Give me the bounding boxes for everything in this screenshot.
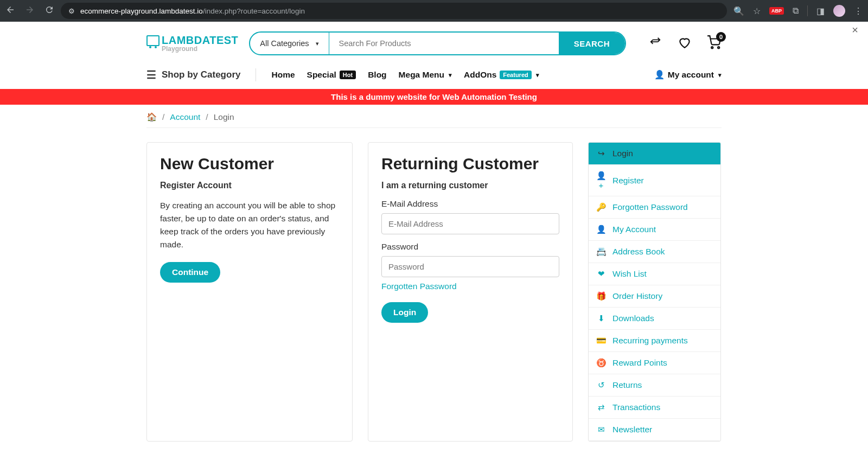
search-button[interactable]: SEARCH [559,33,625,54]
sidebar-item-label: Newsletter [612,425,652,435]
profile-avatar[interactable] [833,5,845,17]
main-nav: ☰ Shop by Category Home SpecialHot Blog … [146,63,722,89]
gift-icon: 🎁 [596,291,606,301]
sidebar-item-account[interactable]: 👤My Account [589,219,720,241]
credit-card-icon: 💳 [596,336,606,346]
shop-by-category[interactable]: ☰ Shop by Category [146,68,240,81]
exchange-icon: ⇄ [596,403,606,412]
chevron-down-icon: ▾ [449,72,452,79]
user-icon: 👤 [654,70,665,80]
new-customer-subtitle: Register Account [160,181,339,190]
password-label: Password [381,242,559,252]
chevron-down-icon: ▾ [536,72,539,79]
user-plus-icon: 👤+ [596,171,606,190]
sidebar-item-wishlist[interactable]: ❤Wish List [589,263,720,285]
sign-in-icon: ↪ [596,149,606,158]
home-icon[interactable]: 🏠 [146,112,157,122]
sidebar-item-login[interactable]: ↪Login [589,143,720,165]
nav-special[interactable]: SpecialHot [307,70,356,80]
sidebar-item-label: Login [612,149,633,158]
search-bar: All Categories ▾ SEARCH [249,31,626,55]
zoom-icon[interactable]: 🔍 [733,6,744,16]
envelope-icon: ✉ [596,425,606,435]
key-icon: 🔑 [596,202,606,212]
nav-my-account[interactable]: 👤My account▾ [654,70,722,80]
logo-icon [146,35,159,46]
sidebar-item-downloads[interactable]: ⬇Downloads [589,308,720,330]
reload-icon[interactable] [44,5,54,17]
cart-icon[interactable]: 0 [706,35,722,52]
address-book-icon: 📇 [596,247,606,257]
forgot-password-link[interactable]: Forgotten Password [381,282,559,291]
sidebar-item-rewards[interactable]: ♉Reward Points [589,352,720,374]
sidebar-item-transactions[interactable]: ⇄Transactions [589,397,720,419]
logo-subtext: Playground [162,45,238,53]
close-icon[interactable]: × [852,24,858,36]
back-icon[interactable] [5,5,15,17]
url-domain: ecommerce-playground.lambdatest.io [80,7,203,15]
sidebar-item-label: My Account [612,225,656,234]
nav-blog[interactable]: Blog [368,70,386,80]
sidebar-item-label: Returns [612,380,642,390]
url-bar[interactable]: ⚙ ecommerce-playground.lambdatest.io/ind… [61,3,727,19]
sidebar-item-label: Reward Points [612,358,667,368]
chevron-down-icon: ▾ [316,40,319,47]
returning-customer-card: Returning Customer I am a returning cust… [368,142,573,442]
breadcrumb-login: Login [214,112,234,122]
sidebar-item-label: Address Book [612,247,665,257]
email-field[interactable] [381,213,559,234]
sidebar-item-label: Forgotten Password [612,202,688,212]
menu-icon[interactable]: ⋮ [854,6,863,16]
new-customer-title: New Customer [160,155,339,173]
divider [256,68,256,81]
extensions-icon[interactable]: ⧉ [793,6,799,16]
continue-button[interactable]: Continue [160,262,220,283]
sidebar-item-address[interactable]: 📇Address Book [589,241,720,263]
sidebar-item-returns[interactable]: ↺Returns [589,374,720,397]
new-customer-card: New Customer Register Account By creatin… [146,142,353,442]
forward-icon[interactable] [25,5,35,17]
nav-mega-menu[interactable]: Mega Menu▾ [399,70,452,80]
search-category-label: All Categories [260,39,309,48]
wishlist-icon[interactable] [677,35,692,52]
notice-banner: This is a dummy website for Web Automati… [0,89,868,105]
sidebar-item-newsletter[interactable]: ✉Newsletter [589,419,720,441]
compare-icon[interactable] [648,36,663,50]
sidebar-item-register[interactable]: 👤+Register [589,165,720,196]
heart-icon: ❤ [596,269,606,279]
sidebar-item-recurring[interactable]: 💳Recurring payments [589,330,720,352]
hot-badge: Hot [340,71,356,79]
search-input[interactable] [329,33,559,54]
returning-subtitle: I am a returning customer [381,181,559,190]
reward-icon: ♉ [596,358,606,368]
shop-by-label: Shop by Category [162,69,240,80]
site-info-icon[interactable]: ⚙ [68,7,75,15]
download-icon: ⬇ [596,314,606,323]
search-category-select[interactable]: All Categories ▾ [250,33,329,54]
sidepanel-icon[interactable]: ◨ [816,6,825,16]
returning-title: Returning Customer [381,155,559,173]
sidebar-item-label: Register [612,176,644,186]
password-field[interactable] [381,256,559,277]
abp-icon[interactable]: ABP [769,7,784,15]
login-button[interactable]: Login [381,302,428,323]
sidebar-item-orders[interactable]: 🎁Order History [589,285,720,308]
bookmark-icon[interactable]: ☆ [753,6,761,16]
nav-home[interactable]: Home [271,70,295,80]
logo[interactable]: LAMBDATEST Playground [146,34,238,53]
sidebar-item-label: Transactions [612,403,660,412]
url-path: /index.php?route=account/login [203,7,305,15]
sidebar-item-label: Downloads [612,314,654,323]
svg-point-1 [718,47,719,48]
nav-addons[interactable]: AddOnsFeatured▾ [464,70,539,80]
account-sidebar: ↪Login 👤+Register 🔑Forgotten Password 👤M… [588,142,721,442]
user-icon: 👤 [596,225,606,234]
chevron-down-icon: ▾ [718,72,722,79]
sidebar-item-label: Order History [612,291,662,301]
undo-icon: ↺ [596,380,606,390]
breadcrumb-account[interactable]: Account [170,112,200,122]
browser-chrome: ⚙ ecommerce-playground.lambdatest.io/ind… [0,0,868,22]
sidebar-item-forgotten[interactable]: 🔑Forgotten Password [589,196,720,219]
email-label: E-Mail Address [381,199,559,209]
featured-badge: Featured [500,71,531,79]
